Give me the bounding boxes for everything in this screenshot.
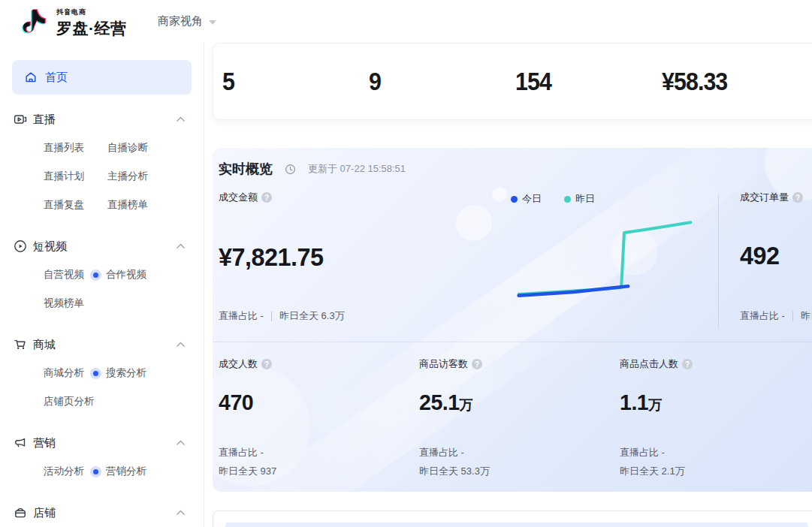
section-label: 短视频 bbox=[33, 239, 67, 254]
legend-dot-yesterday bbox=[564, 196, 571, 203]
chevron-up-icon[interactable] bbox=[176, 116, 186, 122]
summary-value: 9 bbox=[369, 68, 495, 96]
divider bbox=[792, 312, 793, 321]
section-label: 商城 bbox=[33, 338, 56, 352]
chevron-up-icon[interactable] bbox=[176, 440, 186, 446]
sidebar-subrow: 直播列表 自播诊断 bbox=[44, 141, 204, 155]
sidebar: 首页 直播 直播列表 自播诊断 bbox=[0, 42, 204, 527]
gmv-label-row: 成交金额 ? bbox=[219, 191, 272, 204]
legend-item-today[interactable]: 今日 bbox=[511, 192, 542, 206]
sidebar-section-live-header[interactable]: 直播 bbox=[0, 110, 204, 129]
help-icon[interactable]: ? bbox=[261, 192, 272, 203]
chevron-up-icon[interactable] bbox=[176, 510, 186, 516]
sidebar-item[interactable]: 直播计划 bbox=[44, 170, 107, 183]
buyers-label-row: 成交人数 ? bbox=[219, 357, 272, 371]
sidebar-item-label: 合作视频 bbox=[106, 268, 146, 282]
sidebar-item[interactable]: 合作视频 bbox=[90, 268, 146, 282]
section-label: 营销 bbox=[33, 436, 56, 450]
sidebar-item[interactable]: 店铺页分析 bbox=[44, 395, 95, 408]
sidebar-section-video-header[interactable]: 短视频 bbox=[0, 236, 204, 256]
topbar: 抖音电商 罗盘·经营 商家视角 bbox=[0, 0, 812, 42]
sidebar-section-marketing-header[interactable]: 营销 bbox=[0, 433, 204, 453]
sidebar-section-shop: 店铺 达人排行 人群画像 bbox=[0, 503, 204, 527]
lower-card-header-strip bbox=[225, 522, 808, 527]
visitors-label: 商品访客数 bbox=[419, 357, 468, 371]
chevron-up-icon[interactable] bbox=[176, 342, 186, 348]
sidebar-subrow: 直播计划 主播分析 bbox=[44, 170, 204, 183]
sidebar-subrow: 活动分析 营销分析 bbox=[44, 465, 204, 478]
divider bbox=[213, 342, 812, 342]
sidebar-item-label: 营销分析 bbox=[106, 465, 146, 478]
brand-logo: 抖音电商 罗盘·经营 bbox=[21, 6, 127, 39]
sidebar-item[interactable]: 营销分析 bbox=[90, 465, 146, 478]
sidebar-item[interactable]: 直播榜单 bbox=[107, 198, 148, 212]
gmv-value: ¥7,821.75 bbox=[219, 242, 323, 272]
visitors-label-row: 商品访客数 ? bbox=[419, 357, 482, 371]
gmv-live-share: 直播占比 - bbox=[219, 309, 264, 323]
chart-legend: 今日 昨日 bbox=[511, 192, 617, 206]
sidebar-section-live: 直播 直播列表 自播诊断 直播计划 主播分析 直播复盘 直播榜单 bbox=[0, 110, 204, 212]
sidebar-item[interactable]: 自营视频 bbox=[44, 268, 90, 282]
sidebar-item-label: 主播分析 bbox=[107, 170, 148, 183]
clickers-label-row: 商品点击人数 ? bbox=[620, 357, 693, 371]
panel-title: 实时概览 bbox=[219, 160, 273, 178]
home-icon bbox=[24, 71, 38, 84]
sidebar-item[interactable]: 直播复盘 bbox=[44, 198, 107, 212]
summary-metric: ¥58.33 bbox=[653, 68, 799, 96]
gmv-stats: 直播占比 - 昨日全天 6.3万 bbox=[219, 309, 345, 323]
sidebar-item[interactable]: 商城分析 bbox=[44, 366, 90, 380]
legend-item-yesterday[interactable]: 昨日 bbox=[564, 192, 595, 206]
sidebar-subrow: 自营视频 合作视频 bbox=[44, 268, 204, 282]
orders-label-row: 成交订单量 ? bbox=[740, 191, 803, 204]
sidebar-subrow: 直播复盘 直播榜单 bbox=[44, 198, 204, 212]
sidebar-section-marketing: 营销 活动分析 营销分析 bbox=[0, 433, 204, 478]
brand-tagline: 抖音电商 bbox=[56, 8, 127, 17]
sidebar-item[interactable]: 视频榜单 bbox=[44, 297, 107, 310]
orders-live-share: 直播占比 - bbox=[740, 309, 785, 323]
orders-label: 成交订单量 bbox=[740, 191, 789, 204]
summary-value: 154 bbox=[515, 68, 641, 96]
sidebar-item[interactable]: 搜索分析 bbox=[90, 366, 146, 380]
sidebar-item[interactable]: 自播诊断 bbox=[107, 141, 148, 155]
app-root: 抖音电商 罗盘·经营 商家视角 首页 bbox=[0, 0, 812, 527]
visitors-yesterday: 昨日全天 53.3万 bbox=[419, 465, 490, 478]
clickers-yesterday: 昨日全天 2.1万 bbox=[620, 465, 685, 478]
chevron-up-icon[interactable] bbox=[176, 243, 186, 249]
updated-timestamp: 更新于 07-22 15:58:51 bbox=[308, 162, 406, 176]
sidebar-item[interactable]: 直播列表 bbox=[44, 141, 107, 155]
legend-label: 昨日 bbox=[575, 192, 595, 206]
sidebar-home-label: 首页 bbox=[45, 71, 68, 85]
sidebar-item[interactable]: 主播分析 bbox=[107, 170, 148, 183]
visitors-value: 25.1万 bbox=[419, 390, 473, 415]
buyers-value: 470 bbox=[219, 390, 253, 415]
panel-decoration bbox=[456, 205, 492, 241]
sidebar-item-home[interactable]: 首页 bbox=[12, 60, 192, 95]
summary-card: 5 9 154 ¥58.33 bbox=[213, 43, 812, 120]
trend-chart bbox=[507, 214, 702, 308]
sidebar-section-shop-header[interactable]: 店铺 bbox=[0, 503, 204, 522]
summary-metric: 154 bbox=[506, 68, 653, 96]
sidebar-item[interactable]: 活动分析 bbox=[44, 465, 90, 478]
clock-icon bbox=[285, 164, 296, 175]
sidebar-item-label: 搜索分析 bbox=[106, 366, 146, 380]
shop-icon bbox=[14, 506, 27, 519]
sidebar-section-mall: 商城 商城分析 搜索分析 店铺页分析 bbox=[0, 335, 204, 408]
sidebar-section-mall-header[interactable]: 商城 bbox=[0, 335, 204, 354]
sidebar-section-video: 短视频 自营视频 合作视频 视频榜单 bbox=[0, 236, 204, 310]
clickers-number: 1.1 bbox=[620, 390, 648, 414]
realtime-overview-panel: 实时概览 更新于 07-22 15:58:51 成交金额 ? ¥7,821.75… bbox=[213, 148, 812, 492]
buyers-live-share: 直播占比 - bbox=[219, 446, 264, 459]
brand-name: 罗盘·经营 bbox=[56, 18, 127, 39]
visitors-number: 25.1 bbox=[419, 390, 460, 414]
help-icon[interactable]: ? bbox=[472, 359, 482, 369]
megaphone-icon bbox=[14, 436, 27, 450]
section-label: 店铺 bbox=[33, 506, 56, 520]
view-switcher-dropdown[interactable]: 商家视角 bbox=[158, 14, 216, 29]
orders-stats: 直播占比 - 昨日全天 bbox=[740, 309, 812, 323]
brand-text: 抖音电商 罗盘·经营 bbox=[56, 8, 127, 39]
live-camera-icon bbox=[14, 113, 27, 126]
help-icon[interactable]: ? bbox=[682, 359, 693, 369]
visitors-live-share: 直播占比 - bbox=[419, 446, 464, 459]
help-icon[interactable]: ? bbox=[792, 192, 803, 203]
help-icon[interactable]: ? bbox=[261, 359, 272, 369]
